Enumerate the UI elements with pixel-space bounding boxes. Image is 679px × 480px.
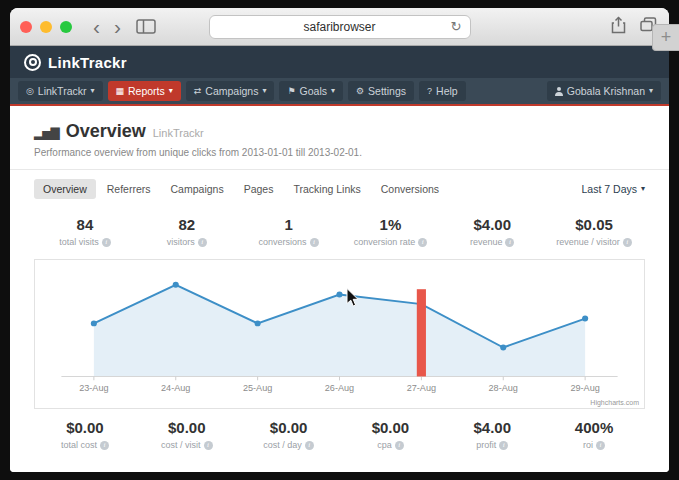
stat-value: $0.00 bbox=[238, 419, 340, 436]
stat-label: conversionsi bbox=[238, 237, 340, 247]
goals-icon: ⚑ bbox=[287, 87, 295, 96]
help-icon: ? bbox=[427, 87, 432, 96]
page-header: ▂▅▇ Overview LinkTrackr Performance over… bbox=[10, 106, 669, 170]
date-range-label: Last 7 Days bbox=[582, 183, 637, 195]
nav-item-help[interactable]: ?Help bbox=[419, 81, 466, 101]
stat-conversions: 1conversionsi bbox=[238, 216, 340, 247]
zoom-button[interactable] bbox=[60, 21, 72, 33]
share-button[interactable] bbox=[611, 16, 626, 38]
svg-text:29-Aug: 29-Aug bbox=[570, 383, 599, 393]
stat-revenue: $4.00revenuei bbox=[441, 216, 543, 247]
tab-pages[interactable]: Pages bbox=[235, 179, 283, 199]
visits-line-chart: 23-Aug24-Aug25-Aug26-Aug27-Aug28-Aug29-A… bbox=[35, 260, 644, 408]
info-icon[interactable]: i bbox=[198, 238, 207, 247]
back-button[interactable]: ‹ bbox=[86, 17, 107, 37]
sidebar-icon bbox=[136, 19, 156, 34]
info-icon[interactable]: i bbox=[100, 441, 109, 450]
stat-label: cost / visiti bbox=[136, 440, 238, 450]
nav-item-reports[interactable]: ▦Reports▾ bbox=[108, 81, 181, 101]
stat-value: $0.00 bbox=[339, 419, 441, 436]
svg-text:26-Aug: 26-Aug bbox=[325, 383, 354, 393]
main-nav: ◎LinkTrackr▾▦Reports▾⇄Campaigns▾⚑Goals▾⚙… bbox=[10, 78, 669, 106]
sidebar-toggle-button[interactable] bbox=[136, 19, 156, 34]
nav-item-label: Goals bbox=[300, 85, 327, 97]
nav-item-campaigns[interactable]: ⇄Campaigns▾ bbox=[186, 81, 275, 101]
forward-button[interactable]: › bbox=[107, 17, 128, 37]
campaigns-icon: ⇄ bbox=[194, 87, 202, 96]
page-content: ▂▅▇ Overview LinkTrackr Performance over… bbox=[10, 106, 669, 472]
toolbar-right bbox=[611, 16, 657, 38]
browser-toolbar: ‹ › safaribrowser ↻ bbox=[10, 8, 669, 46]
user-name: Gobala Krishnan bbox=[567, 85, 645, 97]
stat-value: 1 bbox=[238, 216, 340, 233]
info-icon[interactable]: i bbox=[102, 238, 111, 247]
info-icon[interactable]: i bbox=[204, 441, 213, 450]
date-range-dropdown[interactable]: Last 7 Days ▾ bbox=[582, 183, 645, 195]
info-icon[interactable]: i bbox=[418, 238, 427, 247]
stat-value: 1% bbox=[339, 216, 441, 233]
svg-text:25-Aug: 25-Aug bbox=[243, 383, 272, 393]
stat-label: visitorsi bbox=[136, 237, 238, 247]
settings-icon: ⚙ bbox=[356, 87, 364, 96]
tab-campaigns[interactable]: Campaigns bbox=[162, 179, 233, 199]
close-button[interactable] bbox=[20, 21, 32, 33]
page-subtitle: Performance overview from unique clicks … bbox=[34, 147, 645, 158]
chevron-down-icon: ▾ bbox=[331, 87, 335, 95]
stat-label: cpai bbox=[339, 440, 441, 450]
stat-conversion-rate: 1%conversion ratei bbox=[339, 216, 441, 247]
tab-conversions[interactable]: Conversions bbox=[372, 179, 448, 199]
user-menu[interactable]: Gobala Krishnan ▾ bbox=[547, 81, 661, 101]
nav-item-label: LinkTrackr bbox=[38, 85, 87, 97]
stat-value: $4.00 bbox=[441, 419, 543, 436]
chart-credit: Highcharts.com bbox=[590, 399, 639, 406]
tab-referrers[interactable]: Referrers bbox=[98, 179, 160, 199]
stat-label: revenuei bbox=[441, 237, 543, 247]
tab-overview[interactable]: Overview bbox=[34, 179, 96, 199]
url-text: safaribrowser bbox=[303, 20, 375, 34]
stat-label: cost / dayi bbox=[238, 440, 340, 450]
stat-label: profiti bbox=[441, 440, 543, 450]
stat-value: $0.00 bbox=[34, 419, 136, 436]
share-icon bbox=[611, 16, 626, 34]
chevron-down-icon: ▾ bbox=[262, 87, 266, 95]
info-icon[interactable]: i bbox=[505, 238, 514, 247]
svg-text:28-Aug: 28-Aug bbox=[489, 383, 518, 393]
svg-text:27-Aug: 27-Aug bbox=[407, 383, 436, 393]
info-icon[interactable]: i bbox=[395, 441, 404, 450]
minimize-button[interactable] bbox=[40, 21, 52, 33]
reports-icon: ▦ bbox=[116, 87, 125, 96]
linktrackr-logo-icon bbox=[24, 54, 41, 71]
info-icon[interactable]: i bbox=[596, 441, 605, 450]
stat-label: roii bbox=[543, 440, 645, 450]
nav-item-label: Help bbox=[436, 85, 458, 97]
linktrackr-icon: ◎ bbox=[26, 87, 34, 96]
stat-total-cost: $0.00total costi bbox=[34, 419, 136, 450]
stat-value: $4.00 bbox=[441, 216, 543, 233]
info-icon[interactable]: i bbox=[499, 441, 508, 450]
svg-text:23-Aug: 23-Aug bbox=[79, 383, 108, 393]
stat-label: revenue / visitori bbox=[543, 237, 645, 247]
brand-name[interactable]: LinkTrackr bbox=[48, 54, 127, 71]
stat-label: total visitsi bbox=[34, 237, 136, 247]
report-tabs: OverviewReferrersCampaignsPagesTracking … bbox=[10, 170, 669, 206]
tab-tracking-links[interactable]: Tracking Links bbox=[284, 179, 369, 199]
stat-value: $0.05 bbox=[543, 216, 645, 233]
stat-value: $0.00 bbox=[136, 419, 238, 436]
info-icon[interactable]: i bbox=[623, 238, 632, 247]
stat-visitors: 82visitorsi bbox=[136, 216, 238, 247]
stat-cost-day: $0.00cost / dayi bbox=[238, 419, 340, 450]
new-tab-button[interactable]: + bbox=[652, 24, 679, 51]
nav-item-linktrackr[interactable]: ◎LinkTrackr▾ bbox=[18, 81, 103, 101]
stat-revenue-visitor: $0.05revenue / visitori bbox=[543, 216, 645, 247]
browser-window: ‹ › safaribrowser ↻ bbox=[10, 8, 669, 472]
stat-label: conversion ratei bbox=[339, 237, 441, 247]
stat-label: total costi bbox=[34, 440, 136, 450]
info-icon[interactable]: i bbox=[310, 238, 319, 247]
stat-cpa: $0.00cpai bbox=[339, 419, 441, 450]
info-icon[interactable]: i bbox=[305, 441, 314, 450]
nav-item-goals[interactable]: ⚑Goals▾ bbox=[279, 81, 343, 101]
page-title-suffix: LinkTrackr bbox=[153, 127, 204, 139]
refresh-icon[interactable]: ↻ bbox=[451, 19, 462, 34]
address-bar[interactable]: safaribrowser ↻ bbox=[209, 15, 471, 39]
nav-item-settings[interactable]: ⚙Settings bbox=[348, 81, 414, 101]
